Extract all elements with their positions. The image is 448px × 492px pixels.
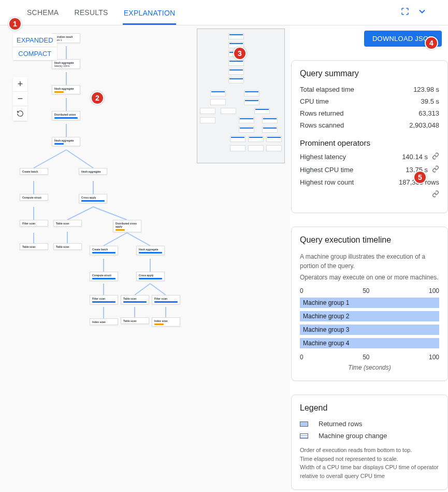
right-panel: DOWNLOAD JSON Query summary Total elapse… [291,25,448,490]
plan-node[interactable]: Table scan [53,220,82,227]
prominent-title: Prominent operators [300,138,439,147]
kv-key: Rows scanned [300,121,344,129]
timeline-desc: A machine group illustrates the executio… [300,252,439,271]
timeline-bar[interactable]: Machine group 2 [300,311,439,321]
callout-3: 3 [233,47,247,60]
kv-val: 140.14 s [402,153,428,161]
plan-node[interactable]: Compute struct [20,194,48,201]
link-icon[interactable] [432,190,439,199]
summary-title: Query summary [300,69,439,78]
kv-val: 123.98 s [413,86,439,93]
plan-node[interactable]: Index scan [90,318,118,325]
tab-results[interactable]: RESULTS [73,1,109,24]
plan-node[interactable]: Hash aggregatelatency 10ms [52,59,80,69]
tab-schema[interactable]: SCHEMA [26,1,60,24]
plan-node[interactable]: Table scan [121,317,149,324]
swatch-returned [300,421,308,427]
reset-zoom-button[interactable] [13,106,27,121]
timeline-desc: Operators may execute on one or more mac… [300,273,439,282]
timeline-axis-bottom: 050100 [300,354,439,361]
zoom-out-button[interactable]: − [13,92,27,106]
summary-card: Query summary Total elapsed time123.98 s… [291,60,448,213]
plan-node[interactable]: Cross apply [79,194,107,203]
callout-2: 2 [91,91,104,105]
timeline-axis-top: 050100 [300,287,439,294]
timeline-card: Query execution timeline A machine group… [291,227,448,381]
timeline-bar[interactable]: Machine group 3 [300,325,439,335]
tab-row: SCHEMA RESULTS EXPLANATION [26,1,176,24]
chevron-down-icon[interactable] [417,6,427,19]
plan-node[interactable]: Table scan [121,295,149,304]
plan-node[interactable]: Hash aggregate [136,246,165,255]
legend-note: Order of execution reads from bottom to … [300,446,439,480]
callout-5: 5 [413,171,427,184]
plan-node[interactable]: Hash aggregate [52,85,80,94]
kv-val: 63,313 [418,109,439,117]
legend-card: Legend Returned rows Machine group chang… [291,395,448,490]
plan-node[interactable]: Filter scan [90,295,118,304]
zoom-controls: + − [13,77,27,121]
timeline-bar[interactable]: Machine group 1 [300,298,439,308]
kv-key: Rows returned [300,109,344,117]
tab-actions [400,6,427,19]
timeline-title: Query execution timeline [300,235,439,245]
plan-node[interactable]: Table scan [20,243,48,250]
plan-node[interactable]: Hash aggregate [52,137,80,146]
plan-node[interactable]: Index scan [152,317,180,327]
expanded-button[interactable]: EXPANDED [13,34,57,47]
plan-node[interactable]: Create batch [20,168,48,175]
fullscreen-icon[interactable] [400,7,410,18]
plan-node[interactable]: Cross apply [136,272,165,281]
tabs-bar: SCHEMA RESULTS EXPLANATION [0,0,448,25]
plan-node[interactable]: Compute struct [90,272,118,281]
timeline-xlabel: Time (seconds) [300,364,439,371]
callout-1: 1 [8,17,22,31]
legend-label: Returned rows [319,420,363,428]
plan-node[interactable]: Filter scan [20,220,48,227]
zoom-in-button[interactable]: + [13,77,27,92]
kv-key: Highest row count [300,178,354,186]
timeline-bar[interactable]: Machine group 4 [300,338,439,348]
plan-node[interactable]: Filter scan [152,295,180,304]
plan-node[interactable]: Table scan [53,243,82,250]
link-icon[interactable] [432,165,439,174]
callout-4: 4 [425,36,438,50]
compact-button[interactable]: COMPACT [13,47,57,60]
plan-node[interactable]: Distributed union [52,111,80,120]
link-icon[interactable] [432,152,439,161]
kv-val: 39.5 s [421,97,439,105]
plan-node[interactable]: Hash aggregate [79,168,107,175]
tab-explanation[interactable]: EXPLANATION [123,2,177,25]
plan-canvas[interactable]: EXPANDED COMPACT + − [0,25,290,492]
plan-node[interactable]: Distributed cross apply [113,220,141,232]
view-toggle: EXPANDED COMPACT [13,34,57,60]
legend-title: Legend [300,403,439,413]
legend-label: Machine group change [319,432,387,440]
kv-key: Highest latency [300,153,346,161]
kv-key: CPU time [300,97,329,105]
plan-node[interactable]: Create batch [90,246,118,255]
swatch-mgc [300,433,308,439]
kv-key: Highest CPU time [300,166,353,174]
kv-val: 2,903,048 [409,121,439,129]
kv-key: Total elapsed time [300,86,354,93]
timeline-bars: Machine group 1 Machine group 2 Machine … [300,298,439,348]
